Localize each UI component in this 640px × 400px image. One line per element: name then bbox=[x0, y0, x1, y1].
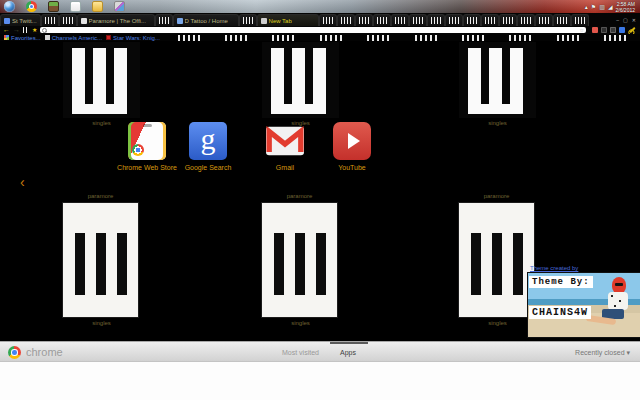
tab-barcode[interactable] bbox=[59, 14, 77, 26]
start-button[interactable] bbox=[4, 1, 15, 12]
bookmark-barcode-item[interactable] bbox=[178, 35, 202, 41]
taskbar-chrome-icon[interactable] bbox=[26, 1, 37, 12]
close-icon[interactable]: ✕ bbox=[632, 18, 636, 23]
tab-barcode[interactable] bbox=[445, 14, 463, 26]
taskbar-document-icon[interactable] bbox=[70, 1, 81, 12]
tab-barcode[interactable] bbox=[535, 14, 553, 26]
tray-network-icon[interactable]: ▥ bbox=[599, 3, 605, 10]
bookmark-star-icon[interactable]: ☆ bbox=[580, 27, 584, 33]
tab-barcode[interactable] bbox=[427, 14, 445, 26]
extension-icon-2[interactable] bbox=[601, 27, 607, 33]
app-youtube[interactable]: YouTube bbox=[317, 122, 387, 171]
maximize-icon[interactable]: ▢ bbox=[623, 18, 628, 23]
tab-twitter[interactable]: St Twitt... bbox=[0, 14, 41, 26]
theme-author-text: CHAINS4W bbox=[529, 306, 591, 319]
tray-flag-icon[interactable]: ⚑ bbox=[591, 3, 596, 10]
tab-barcode[interactable] bbox=[391, 14, 409, 26]
thumbnail-caption[interactable]: singles bbox=[459, 320, 536, 326]
extension-icon-3[interactable] bbox=[610, 27, 616, 33]
thumbnail-title[interactable]: paramore bbox=[262, 193, 337, 199]
most-visited-thumbnail[interactable] bbox=[262, 203, 337, 317]
bookmark-barcode-item[interactable] bbox=[462, 35, 486, 41]
bookmark-barcode-item[interactable] bbox=[509, 35, 533, 41]
taskbar-folder-icon[interactable] bbox=[92, 1, 103, 12]
most-visited-thumbnail[interactable] bbox=[262, 42, 339, 118]
back-button[interactable]: ← bbox=[3, 26, 10, 34]
home-button[interactable]: ★ bbox=[32, 26, 37, 34]
minimize-icon[interactable]: – bbox=[616, 18, 619, 23]
windows-taskbar: ▴ ⚑ ▥ ◢ 2:58 AM 2/6/2012 bbox=[0, 0, 640, 13]
barcode-favicon bbox=[485, 17, 495, 24]
bookmark-barcode-item[interactable] bbox=[320, 35, 344, 41]
clock-time: 2:58 AM bbox=[616, 1, 635, 7]
reload-button[interactable] bbox=[23, 27, 29, 33]
tab-label: St Twitt... bbox=[12, 18, 37, 24]
most-visited-thumbnail[interactable] bbox=[459, 203, 534, 317]
theme-preview-image[interactable]: Theme By: CHAINS4W bbox=[528, 273, 640, 337]
thumbnail-title[interactable]: paramore bbox=[459, 193, 534, 199]
forward-button[interactable]: → bbox=[13, 26, 20, 34]
extension-icon-4[interactable] bbox=[619, 27, 625, 33]
tab-barcode[interactable] bbox=[409, 14, 427, 26]
sunglasses bbox=[615, 283, 623, 286]
tab-barcode[interactable] bbox=[239, 14, 257, 26]
tab-barcode[interactable] bbox=[373, 14, 391, 26]
app-label: Gmail bbox=[276, 164, 294, 171]
thumbnail-caption[interactable]: singles bbox=[63, 320, 140, 326]
bookmark-barcode-item[interactable] bbox=[557, 35, 581, 41]
gmail-icon bbox=[266, 122, 304, 160]
tab-barcode[interactable] bbox=[337, 14, 355, 26]
taskbar-paint-icon[interactable] bbox=[114, 1, 125, 12]
tab-barcode[interactable] bbox=[355, 14, 373, 26]
app-chrome-web-store[interactable]: Chrome Web Store bbox=[112, 122, 182, 171]
tab-barcode[interactable] bbox=[571, 14, 589, 26]
bars-logo bbox=[468, 48, 481, 104]
omnibox-address-bar[interactable]: ☆ bbox=[40, 27, 586, 33]
tab-tattoo[interactable]: D Tattoo / Home bbox=[173, 14, 239, 26]
most-visited-thumbnail[interactable] bbox=[63, 203, 138, 317]
most-visited-thumbnail[interactable] bbox=[459, 42, 536, 118]
bookmark-barcode-item[interactable] bbox=[225, 35, 249, 41]
barcode-favicon bbox=[467, 17, 477, 24]
wrench-menu-icon[interactable] bbox=[629, 27, 635, 33]
theme-credit-link[interactable]: Theme created by bbox=[530, 265, 578, 271]
bookmark-barcode-item[interactable] bbox=[415, 35, 439, 41]
tab-barcode[interactable] bbox=[463, 14, 481, 26]
tab-barcode[interactable] bbox=[41, 14, 59, 26]
tray-volume-icon[interactable]: ◢ bbox=[608, 3, 613, 10]
carousel-prev-arrow[interactable]: ‹ bbox=[20, 175, 25, 189]
tab-barcode[interactable] bbox=[553, 14, 571, 26]
thumbnail-caption[interactable]: singles bbox=[262, 320, 339, 326]
bookmark-item[interactable]: Star Wars: Knig... bbox=[106, 35, 160, 41]
tab-barcode[interactable] bbox=[499, 14, 517, 26]
barcode-favicon bbox=[431, 17, 441, 24]
tab-barcode[interactable] bbox=[155, 14, 173, 26]
bookmark-barcode-item[interactable] bbox=[272, 35, 296, 41]
bookmark-barcode-item[interactable] bbox=[604, 35, 628, 41]
tab-barcode[interactable] bbox=[319, 14, 337, 26]
most-visited-thumbnail[interactable] bbox=[63, 42, 140, 118]
extension-icon-1[interactable] bbox=[592, 27, 598, 33]
taskbar-clock[interactable]: 2:58 AM 2/6/2012 bbox=[616, 1, 635, 13]
tray-expand-icon[interactable]: ▴ bbox=[585, 3, 588, 10]
bookmark-item[interactable]: Channels Americ... bbox=[45, 35, 102, 41]
tab-paramore[interactable]: Paramore | The Offi... bbox=[77, 14, 155, 26]
thumbnail-title[interactable]: paramore bbox=[63, 193, 138, 199]
app-label: YouTube bbox=[338, 164, 366, 171]
tab-barcode[interactable] bbox=[517, 14, 535, 26]
section-apps[interactable]: Apps bbox=[340, 349, 356, 356]
tab-strip: St Twitt... Paramore | The Offi... D Tat… bbox=[0, 13, 640, 26]
bookmark-barcode-item[interactable] bbox=[367, 35, 391, 41]
section-most-visited[interactable]: Most visited bbox=[282, 349, 319, 356]
bookmark-item[interactable]: Favorites... bbox=[4, 35, 41, 41]
bars-logo bbox=[75, 233, 85, 295]
tab-favicon bbox=[4, 18, 10, 24]
app-google-search[interactable]: g Google Search bbox=[173, 122, 243, 171]
tab-barcode[interactable] bbox=[481, 14, 499, 26]
app-gmail[interactable]: Gmail bbox=[250, 122, 320, 171]
taskbar-minecraft-icon[interactable] bbox=[48, 1, 59, 12]
tab-new-tab-active[interactable]: New Tab bbox=[257, 14, 319, 26]
bars-logo bbox=[72, 48, 85, 104]
barcode-favicon bbox=[503, 17, 513, 24]
recently-closed-menu[interactable]: Recently closed ▾ bbox=[575, 349, 630, 357]
